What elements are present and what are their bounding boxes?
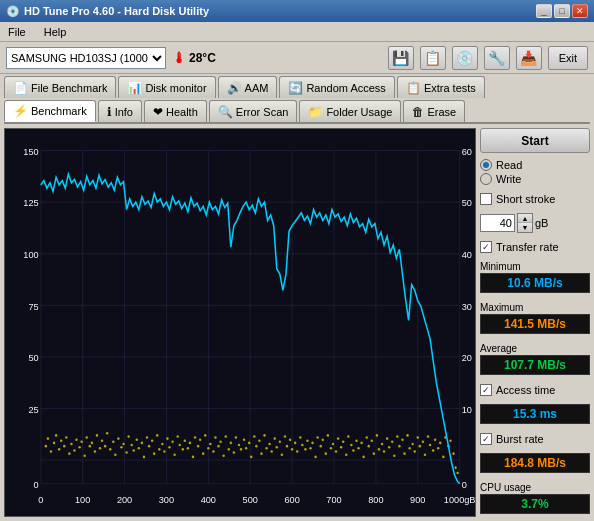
toolbar-btn-2[interactable]: 📋 (420, 46, 446, 70)
svg-point-86 (151, 439, 153, 442)
transfer-rate-label: Transfer rate (496, 241, 559, 253)
svg-point-168 (360, 442, 362, 445)
maximize-button[interactable]: □ (554, 4, 570, 18)
svg-text:1000gB: 1000gB (444, 494, 475, 505)
svg-point-75 (122, 443, 124, 446)
svg-point-150 (314, 456, 316, 459)
svg-point-148 (309, 447, 311, 450)
menu-help[interactable]: Help (40, 25, 71, 39)
svg-point-193 (424, 453, 426, 456)
access-time-checkbox[interactable] (480, 384, 492, 396)
svg-point-52 (63, 445, 65, 448)
read-radio[interactable] (480, 159, 492, 171)
random-access-icon: 🔄 (288, 81, 303, 95)
tab-error-scan[interactable]: 🔍 Error Scan (209, 100, 298, 122)
svg-point-206 (456, 472, 458, 475)
svg-point-107 (204, 434, 206, 437)
svg-point-90 (161, 443, 163, 446)
svg-point-141 (291, 448, 293, 451)
svg-point-69 (106, 432, 108, 435)
svg-point-125 (250, 456, 252, 459)
svg-point-50 (58, 448, 60, 451)
main-content: MB/s ms (0, 124, 594, 521)
toolbar-btn-1[interactable]: 💾 (388, 46, 414, 70)
burst-rate-section: 184.8 MB/s (480, 453, 590, 476)
toolbar: SAMSUNG HD103SJ (1000 gB) 🌡 28°C 💾 📋 💿 🔧… (0, 42, 594, 74)
svg-point-179 (388, 446, 390, 449)
toolbar-btn-5[interactable]: 📥 (516, 46, 542, 70)
start-button[interactable]: Start (480, 128, 590, 153)
tab-aam[interactable]: 🔊 AAM (218, 76, 278, 98)
svg-point-183 (398, 445, 400, 448)
svg-point-160 (340, 446, 342, 449)
svg-text:30: 30 (462, 300, 472, 311)
svg-point-97 (178, 444, 180, 447)
tab-extra-tests[interactable]: 📋 Extra tests (397, 76, 485, 98)
read-label: Read (496, 159, 522, 171)
access-time-section: 15.3 ms (480, 404, 590, 427)
spinner-down[interactable]: ▼ (518, 223, 532, 232)
svg-point-111 (214, 436, 216, 439)
svg-point-49 (55, 434, 57, 437)
toolbar-btn-4[interactable]: 🔧 (484, 46, 510, 70)
exit-button[interactable]: Exit (548, 46, 588, 70)
svg-point-155 (327, 434, 329, 437)
tab-info[interactable]: ℹ Info (98, 100, 142, 122)
svg-point-184 (401, 438, 403, 441)
erase-icon: 🗑 (412, 105, 424, 119)
svg-point-80 (136, 438, 138, 441)
spinner-up[interactable]: ▲ (518, 214, 532, 223)
minimum-section: Minimum 10.6 MB/s (480, 261, 590, 296)
burst-rate-checkbox[interactable] (480, 433, 492, 445)
svg-point-78 (130, 444, 132, 447)
svg-point-117 (230, 442, 232, 445)
svg-point-57 (75, 438, 77, 441)
svg-point-103 (194, 436, 196, 439)
read-radio-row[interactable]: Read (480, 159, 590, 171)
svg-text:900: 900 (410, 494, 425, 505)
minimize-button[interactable]: _ (536, 4, 552, 18)
svg-point-174 (376, 434, 378, 437)
svg-point-58 (78, 446, 80, 449)
transfer-rate-checkbox[interactable] (480, 241, 492, 253)
tab-disk-monitor[interactable]: 📊 Disk monitor (118, 76, 215, 98)
svg-point-149 (311, 442, 313, 445)
tab-random-access[interactable]: 🔄 Random Access (279, 76, 394, 98)
svg-point-94 (171, 441, 173, 444)
burst-rate-row[interactable]: Burst rate (480, 433, 590, 445)
transfer-rate-row[interactable]: Transfer rate (480, 241, 590, 253)
tab-health[interactable]: ❤ Health (144, 100, 207, 122)
svg-point-110 (212, 450, 214, 453)
svg-point-60 (83, 455, 85, 458)
write-radio-row[interactable]: Write (480, 173, 590, 185)
svg-text:400: 400 (201, 494, 216, 505)
svg-point-71 (112, 441, 114, 444)
extra-tests-icon: 📋 (406, 81, 421, 95)
svg-point-55 (70, 443, 72, 446)
short-stroke-row[interactable]: Short stroke (480, 193, 590, 205)
min-value: 10.6 MB/s (480, 273, 590, 293)
short-stroke-checkbox[interactable] (480, 193, 492, 205)
close-button[interactable]: ✕ (572, 4, 588, 18)
cpu-usage-section: CPU usage 3.7% (480, 482, 590, 517)
svg-point-120 (238, 444, 240, 447)
svg-point-91 (163, 450, 165, 453)
write-radio[interactable] (480, 173, 492, 185)
svg-point-139 (286, 445, 288, 448)
tab-file-benchmark[interactable]: 📄 File Benchmark (4, 76, 116, 98)
svg-point-121 (240, 448, 242, 451)
svg-point-151 (316, 436, 318, 439)
svg-point-105 (199, 438, 201, 441)
drive-select[interactable]: SAMSUNG HD103SJ (1000 gB) (6, 47, 166, 69)
tab-folder-usage[interactable]: 📁 Folder Usage (299, 100, 401, 122)
gb-input[interactable] (480, 214, 515, 232)
svg-point-109 (209, 443, 211, 446)
svg-point-189 (413, 450, 415, 453)
tab-benchmark[interactable]: ⚡ Benchmark (4, 100, 96, 122)
access-time-row[interactable]: Access time (480, 384, 590, 396)
tab-erase[interactable]: 🗑 Erase (403, 100, 465, 122)
toolbar-btn-3[interactable]: 💿 (452, 46, 478, 70)
svg-point-169 (362, 456, 364, 459)
menu-file[interactable]: File (4, 25, 30, 39)
svg-point-99 (184, 439, 186, 442)
